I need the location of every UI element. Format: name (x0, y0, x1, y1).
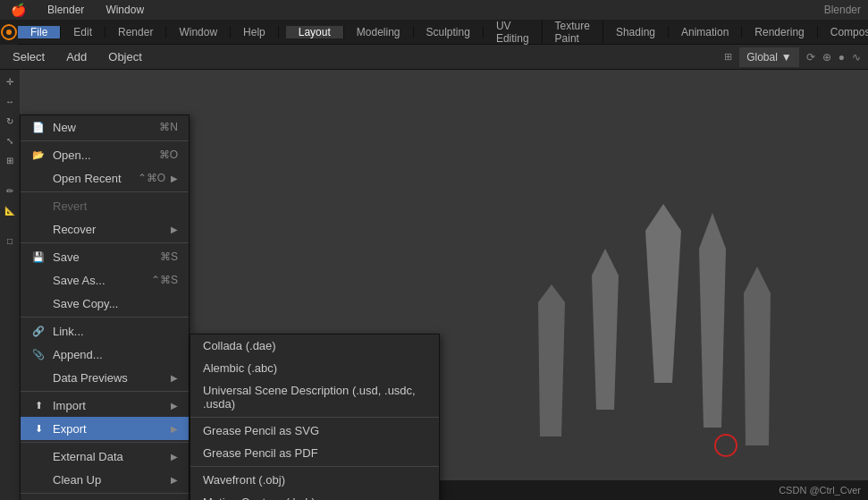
scale-tool[interactable]: ⤡ (2, 132, 18, 148)
menu-item-recover-label: Recover (53, 223, 96, 236)
tab-texture-paint[interactable]: Texture Paint (543, 20, 603, 45)
menu-item-clean-up[interactable]: Clean Up ▶ (21, 468, 189, 491)
select-menu[interactable]: Select (7, 48, 50, 65)
export-usd[interactable]: Universal Scene Description (.usd, .usdc… (190, 379, 439, 415)
data-previews-arrow: ▶ (171, 373, 178, 383)
separator-5 (21, 391, 189, 392)
tab-animation[interactable]: Animation (669, 26, 742, 38)
menu-item-save-as[interactable]: Save As... ⌃⌘S (21, 268, 189, 292)
svg-marker-5 (744, 267, 771, 445)
tab-help[interactable]: Help (231, 26, 279, 38)
menu-item-link[interactable]: 🔗 Link... (21, 319, 189, 343)
tab-help-label: Help (243, 26, 265, 38)
tab-render[interactable]: Render (105, 26, 166, 38)
export-sep-2 (190, 466, 439, 467)
menu-item-export[interactable]: ⬇ Export ▶ (21, 417, 189, 440)
menu-item-export-label: Export (53, 422, 87, 436)
export-wavefront[interactable]: Wavefront (.obj) (190, 469, 439, 491)
tab-uv-editing[interactable]: UV Editing (484, 20, 543, 45)
menu-item-new-label: New (53, 121, 76, 134)
separator-7 (21, 493, 189, 494)
tab-texture-paint-label: Texture Paint (555, 20, 590, 45)
window-menu[interactable]: Window (102, 2, 147, 18)
menu-item-open[interactable]: 📂 Open... ⌘O (21, 143, 189, 166)
clean-up-icon (31, 472, 46, 487)
menu-item-new[interactable]: 📄 New ⌘N (21, 115, 189, 139)
menu-item-save-copy-label: Save Copy... (53, 297, 118, 310)
export-grease-svg[interactable]: Grease Pencil as SVG (190, 419, 439, 442)
menu-item-append[interactable]: 📎 Append... (21, 343, 189, 366)
topright-blender: Blender (824, 4, 861, 16)
export-arrow: ▶ (171, 424, 178, 434)
status-text: CSDN @Ctrl_Cver (779, 485, 861, 496)
blender-menu[interactable]: Blender (44, 2, 88, 18)
menu-item-save-copy[interactable]: Save Copy... (21, 292, 189, 315)
save-as-icon (31, 273, 46, 287)
tab-render-label: Render (118, 26, 153, 38)
clean-up-arrow: ▶ (171, 475, 178, 485)
menu-item-external-data[interactable]: External Data ▶ (21, 445, 189, 468)
tab-compositing-label: Compositing (830, 26, 868, 38)
left-toolbar: ✛ ↔ ↻ ⤡ ⊞ ✏ 📐 □ (0, 70, 20, 500)
export-alembic[interactable]: Alembic (.abc) (190, 357, 439, 379)
open-recent-icon (31, 171, 46, 185)
tab-file[interactable]: File (18, 26, 61, 38)
save-as-shortcut: ⌃⌘S (151, 274, 178, 286)
menu-item-data-previews-label: Data Previews (53, 371, 128, 385)
add-cube-tool[interactable]: □ (2, 233, 18, 249)
view-icon: ⊞ (724, 51, 732, 63)
tab-file-label: File (30, 26, 47, 38)
header-toolbar-right: ⊞ Global ▼ ⟳ ⊕ ● ∿ (724, 47, 861, 67)
recover-icon (31, 222, 46, 236)
menu-item-import-label: Import (53, 399, 86, 412)
export-collada[interactable]: Collada (.dae) (190, 335, 439, 357)
export-wavefront-label: Wavefront (.obj) (203, 473, 285, 487)
external-data-arrow: ▶ (171, 452, 178, 462)
save-copy-icon (31, 296, 46, 310)
tab-edit[interactable]: Edit (61, 26, 105, 38)
tab-modeling-label: Modeling (357, 26, 400, 38)
menu-item-import[interactable]: ⬆ Import ▶ (21, 394, 189, 417)
new-icon: 📄 (31, 120, 46, 134)
svg-point-1 (6, 30, 12, 35)
menu-item-save-label: Save (53, 250, 80, 264)
open-icon: 📂 (31, 148, 46, 162)
tab-shading[interactable]: Shading (603, 26, 669, 38)
svg-marker-6 (538, 284, 565, 436)
export-alembic-label: Alembic (.abc) (203, 361, 277, 375)
tab-uv-editing-label: UV Editing (496, 20, 529, 45)
transform-tool[interactable]: ⊞ (2, 152, 18, 168)
revert-icon (31, 199, 46, 213)
tab-compositing[interactable]: Compositing (818, 26, 868, 38)
export-grease-pdf[interactable]: Grease Pencil as PDF (190, 442, 439, 464)
object-menu[interactable]: Object (103, 48, 147, 65)
add-menu[interactable]: Add (61, 48, 92, 65)
global-button[interactable]: Global ▼ (739, 47, 799, 67)
tab-window[interactable]: Window (166, 26, 231, 38)
move-tool[interactable]: ↔ (2, 93, 18, 109)
annotate-tool[interactable]: ✏ (2, 182, 18, 199)
menu-item-open-recent[interactable]: Open Recent ⌃⌘O ▶ (21, 166, 189, 190)
export-mocap[interactable]: Motion Capture (.bvh) (190, 491, 439, 500)
recover-arrow: ▶ (171, 225, 178, 234)
tab-layout[interactable]: Layout (286, 26, 344, 38)
tab-sculpting-label: Sculpting (426, 26, 470, 38)
menu-item-defaults[interactable]: Defaults ▶ (21, 496, 189, 500)
data-previews-icon (31, 370, 46, 385)
export-collada-label: Collada (.dae) (203, 339, 276, 352)
open-recent-shortcut: ⌃⌘O (138, 172, 165, 184)
cursor-tool[interactable]: ✛ (2, 73, 18, 89)
open-shortcut: ⌘O (159, 148, 178, 161)
save-shortcut: ⌘S (160, 250, 178, 263)
tab-rendering[interactable]: Rendering (742, 26, 817, 38)
tab-rendering-label: Rendering (754, 26, 804, 38)
measure-tool[interactable]: 📐 (2, 202, 18, 218)
tab-sculpting[interactable]: Sculpting (414, 26, 484, 38)
menu-item-recover[interactable]: Recover ▶ (21, 217, 189, 241)
menu-item-save[interactable]: 💾 Save ⌘S (21, 245, 189, 268)
apple-menu[interactable]: 🍎 (7, 1, 29, 19)
tab-modeling[interactable]: Modeling (344, 26, 414, 38)
menu-item-data-previews[interactable]: Data Previews ▶ (21, 366, 189, 389)
rotate-tool[interactable]: ↻ (2, 113, 18, 129)
export-submenu: Collada (.dae) Alembic (.abc) Universal … (190, 334, 440, 500)
